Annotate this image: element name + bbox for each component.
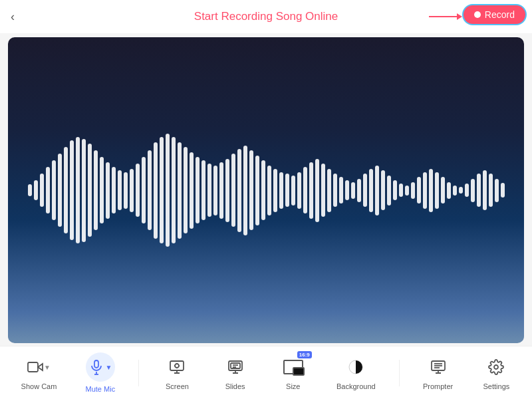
record-dot-icon (474, 11, 481, 18)
waveform-area (8, 37, 524, 343)
waveform-bar (154, 142, 158, 239)
waveform-visual (28, 124, 505, 257)
waveform-bar (399, 184, 403, 197)
svg-rect-2 (28, 362, 38, 372)
waveform-bar (339, 177, 343, 203)
waveform-bar (58, 154, 62, 227)
waveform-bar (453, 186, 457, 196)
waveform-bar (28, 184, 32, 196)
waveform-bar (136, 164, 140, 217)
waveform-bar (273, 169, 277, 212)
mic-dropdown-arrow: ▼ (105, 364, 112, 371)
waveform-bar (130, 169, 134, 212)
mic-icon: ▼ (86, 352, 115, 382)
waveform-bar (279, 172, 283, 209)
waveform-bar (94, 150, 98, 230)
svg-rect-6 (170, 361, 184, 370)
toolbar-item-mute-mic[interactable]: ▼ Mute Mic (80, 350, 121, 396)
waveform-bar (501, 183, 505, 198)
waveform-bar (429, 169, 433, 212)
waveform-bar (255, 156, 259, 225)
waveform-bar (327, 169, 331, 212)
waveform-bar (34, 180, 38, 200)
record-button[interactable]: Record (464, 5, 525, 24)
show-cam-label: Show Cam (21, 382, 57, 390)
slides-label: Slides (225, 382, 245, 390)
svg-marker-1 (457, 13, 462, 20)
waveform-bar (303, 167, 307, 213)
waveform-bar (351, 182, 355, 199)
waveform-bar (118, 170, 122, 210)
screen-icon (165, 355, 189, 379)
header: ‹ Start Recording Song Online Record (0, 0, 532, 33)
cam-dropdown-arrow: ▼ (44, 364, 51, 371)
size-badge: 16:9 (297, 351, 312, 358)
waveform-bar (100, 157, 104, 223)
waveform-bar (483, 170, 487, 210)
waveform-bar (64, 147, 68, 233)
svg-point-17 (494, 365, 498, 369)
waveform-bar (219, 162, 223, 219)
toolbar-item-background[interactable]: Background (331, 352, 381, 393)
waveform-bar (40, 174, 44, 207)
arrow-indicator (429, 9, 462, 24)
waveform-bar (46, 167, 50, 213)
toolbar-item-show-cam[interactable]: ▼ Show Cam (16, 352, 63, 393)
record-label: Record (485, 9, 515, 20)
waveform-bar (243, 146, 247, 235)
waveform-bar (112, 167, 116, 213)
waveform-bar (213, 166, 217, 215)
waveform-bar (148, 150, 152, 230)
back-button[interactable]: ‹ (11, 10, 15, 24)
waveform-bar (381, 170, 385, 210)
background-label: Background (336, 382, 376, 390)
waveform-bar (321, 164, 325, 217)
waveform-bar (124, 172, 128, 209)
waveform-bar (375, 166, 379, 215)
waveform-bar (447, 182, 451, 199)
settings-icon (484, 355, 508, 379)
prompter-icon (426, 355, 450, 379)
waveform-bar (369, 169, 373, 212)
waveform-bar (178, 142, 182, 239)
waveform-bar (207, 164, 211, 217)
mute-mic-label: Mute Mic (86, 385, 116, 393)
waveform-bar (297, 172, 301, 209)
page-title: Start Recording Song Online (194, 10, 338, 23)
waveform-bar (441, 177, 445, 203)
waveform-bar (393, 180, 397, 200)
waveform-bar (76, 137, 80, 243)
waveform-bar (315, 159, 319, 222)
waveform-bar (261, 160, 265, 220)
waveform-bar (70, 140, 74, 240)
waveform-bar (417, 177, 421, 203)
waveform-bar (357, 179, 361, 202)
waveform-bar (201, 160, 205, 220)
svg-point-7 (175, 364, 179, 368)
prompter-label: Prompter (423, 382, 453, 390)
toolbar-item-screen[interactable]: Screen (157, 352, 197, 393)
waveform-bar (249, 150, 253, 230)
svg-rect-3 (94, 360, 98, 368)
camera-icon: ▼ (27, 355, 51, 379)
background-icon (344, 355, 368, 379)
waveform-bar (166, 134, 170, 247)
waveform-bar (363, 174, 367, 207)
waveform-bar (477, 174, 481, 207)
waveform-bar (225, 159, 229, 222)
waveform-bar (309, 162, 313, 219)
waveform-bar (471, 179, 475, 202)
slides-icon (223, 355, 247, 379)
toolbar-divider-1 (138, 360, 139, 386)
waveform-bar (405, 186, 409, 196)
waveform-bar (190, 152, 194, 229)
waveform-bar (196, 157, 200, 223)
waveform-bar (333, 174, 337, 207)
toolbar-item-slides[interactable]: Slides (215, 352, 255, 393)
size-label: Size (286, 382, 300, 390)
waveform-bar (142, 157, 146, 223)
toolbar: ▼ Show Cam ▼ Mute Mic (0, 346, 532, 399)
toolbar-item-settings[interactable]: Settings (476, 352, 516, 393)
toolbar-item-prompter[interactable]: Prompter (418, 352, 458, 393)
toolbar-item-size[interactable]: 16:9 Size (273, 352, 313, 393)
